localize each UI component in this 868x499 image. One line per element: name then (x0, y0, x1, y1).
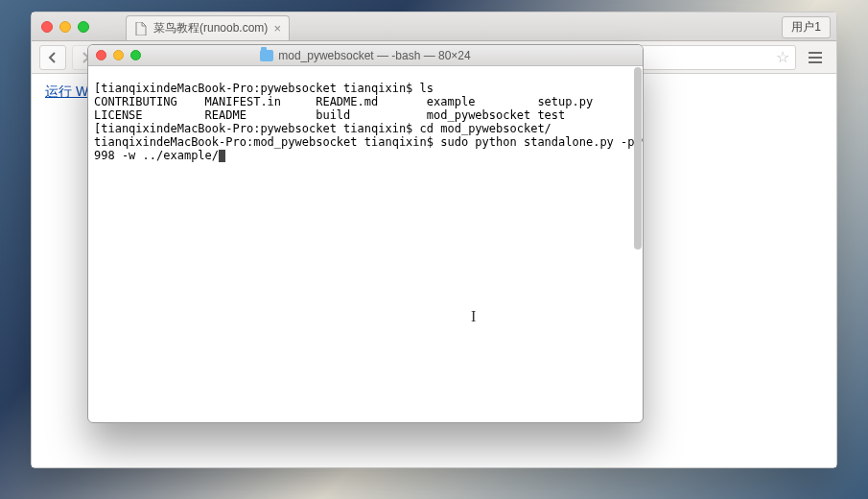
text-ibeam-icon: I (471, 310, 476, 323)
terminal-line: 998 -w ../example/ (94, 149, 219, 162)
bookmark-star-icon[interactable]: ☆ (776, 48, 789, 66)
folder-icon (260, 50, 273, 61)
back-button[interactable] (39, 45, 66, 70)
zoom-window-icon[interactable] (78, 21, 89, 33)
browser-tab[interactable]: 菜鸟教程(runoob.com) × (126, 15, 290, 40)
zoom-window-icon[interactable] (130, 50, 141, 60)
terminal-line: tianqixindeMacBook-Pro:mod_pywebsocket t… (94, 135, 643, 149)
terminal-line: [tianqixindeMacBook-Pro:pywebsocket tian… (94, 82, 434, 95)
page-icon (134, 22, 148, 36)
terminal-line: CONTRIBUTING MANIFEST.in README.md examp… (94, 95, 593, 108)
terminal-titlebar[interactable]: mod_pywebsocket — -bash — 80×24 (88, 45, 643, 66)
minimize-window-icon[interactable] (59, 21, 71, 33)
terminal-title: mod_pywebsocket — -bash — 80×24 (88, 49, 643, 62)
terminal-body[interactable]: [tianqixindeMacBook-Pro:pywebsocket tian… (88, 66, 643, 422)
terminal-window: mod_pywebsocket — -bash — 80×24 [tianqix… (87, 44, 644, 423)
close-window-icon[interactable] (96, 50, 106, 60)
browser-tabstrip: 菜鸟教程(runoob.com) × 用户1 (32, 12, 836, 41)
terminal-cursor (219, 150, 225, 162)
terminal-line: [tianqixindeMacBook-Pro:pywebsocket tian… (94, 122, 643, 135)
terminal-line: LICENSE README build mod_pywebsocket tes… (94, 108, 565, 122)
close-window-icon[interactable] (41, 21, 53, 33)
terminal-scrollbar[interactable] (634, 67, 642, 250)
terminal-title-text: mod_pywebsocket — -bash — 80×24 (278, 49, 470, 62)
tab-title: 菜鸟教程(runoob.com) (153, 20, 268, 36)
menu-button[interactable] (802, 45, 829, 70)
minimize-window-icon[interactable] (113, 50, 124, 60)
terminal-window-controls (88, 45, 149, 65)
user-button[interactable]: 用户1 (782, 16, 831, 38)
tab-close-icon[interactable]: × (273, 21, 281, 36)
browser-window-controls (32, 12, 99, 40)
